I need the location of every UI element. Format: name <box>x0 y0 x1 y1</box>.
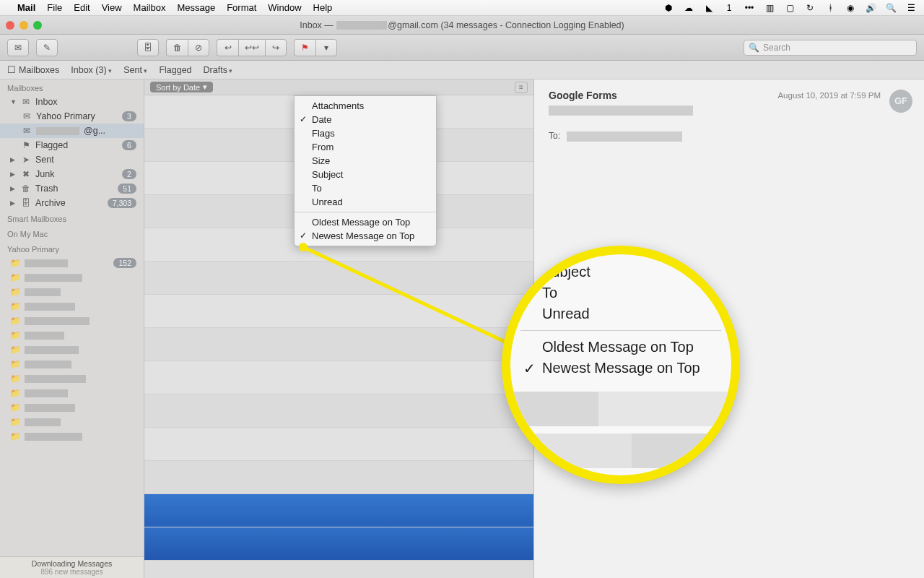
reply-group: ↩ ↩↩ ↪ <box>217 39 287 56</box>
sort-option-flags[interactable]: Flags <box>295 126 436 140</box>
archive-icon: 🗄 <box>21 198 31 208</box>
sender-avatar: GF <box>889 90 912 113</box>
reply-button[interactable]: ↩ <box>217 39 238 56</box>
sidebar-header-yahoo: Yahoo Primary <box>0 241 144 256</box>
message-row[interactable] <box>144 328 533 361</box>
sort-option-subject[interactable]: Subject <box>295 168 436 181</box>
message-row[interactable] <box>144 461 533 494</box>
badge: 3 <box>122 111 136 121</box>
sort-option-to[interactable]: To <box>295 181 436 195</box>
sidebar-folder[interactable]: 📁152 <box>0 256 144 270</box>
menu-file[interactable]: File <box>47 2 62 13</box>
sidebar-folder[interactable]: 📁 <box>0 328 144 342</box>
sidebar-folder[interactable]: 📁 <box>0 299 144 314</box>
sidebar-folder[interactable]: 📁 <box>0 429 144 444</box>
zoom-order-newest: Newest Message on Top <box>510 358 731 379</box>
junk-icon: ✖ <box>21 169 31 179</box>
sort-button[interactable]: Sort by Date ▾ <box>150 82 213 92</box>
folder-icon: 📁 <box>10 287 20 297</box>
message-row[interactable] <box>144 361 533 394</box>
menu-edit[interactable]: Edit <box>74 2 90 13</box>
flag-button[interactable]: ⚑ <box>294 39 315 56</box>
flag-icon: ⚑ <box>21 140 31 150</box>
sidebar-trash[interactable]: ▶🗑 Trash 51 <box>0 181 144 196</box>
spotlight-icon[interactable]: 🔍 <box>885 2 897 14</box>
sidebar-folder[interactable]: 📁 <box>0 314 144 328</box>
sidebar-gmail-account[interactable]: ✉ @g... <box>0 124 144 138</box>
menu-window[interactable]: Window <box>268 2 301 13</box>
menu-mailbox[interactable]: Mailbox <box>134 2 166 13</box>
sort-option-date[interactable]: Date <box>295 113 436 126</box>
menu-format[interactable]: Format <box>227 2 256 13</box>
message-row-selected[interactable] <box>144 494 533 527</box>
notification-count[interactable]: 1 <box>723 2 735 14</box>
search-icon: 🔍 <box>749 43 759 53</box>
adobe-icon[interactable]: ◣ <box>703 2 715 14</box>
search-placeholder: Search <box>763 43 790 53</box>
reply-all-button[interactable]: ↩↩ <box>238 39 265 56</box>
cloud-icon[interactable]: ☁ <box>683 2 694 14</box>
fav-mailboxes[interactable]: ☐Mailboxes <box>7 64 59 75</box>
dropbox-icon[interactable]: ⬢ <box>663 2 674 14</box>
sidebar-inbox[interactable]: ▼✉ Inbox <box>0 95 144 109</box>
sidebar-folder[interactable]: 📁 <box>0 285 144 299</box>
sidebar-folder[interactable]: 📁 <box>0 357 144 371</box>
fav-sent[interactable]: Sent <box>123 65 147 75</box>
display-icon[interactable]: ▥ <box>764 2 775 14</box>
menu-separator <box>520 330 721 331</box>
folder-icon: 📁 <box>10 258 20 268</box>
sidebar-folder[interactable]: 📁 <box>0 270 144 285</box>
airplay-icon[interactable]: ▢ <box>784 2 796 14</box>
get-mail-button[interactable]: ✉ <box>7 39 29 56</box>
redacted-text <box>336 21 387 30</box>
sidebar-archive[interactable]: ▶🗄 Archive 7,303 <box>0 196 144 210</box>
notification-center-icon[interactable]: ☰ <box>905 2 917 14</box>
inbox-icon: ✉ <box>21 97 31 107</box>
preview-to-row: To: <box>549 131 910 142</box>
fav-inbox[interactable]: Inbox (3) <box>71 65 112 75</box>
forward-button[interactable]: ↪ <box>265 39 287 56</box>
sidebar-folder[interactable]: 📁 <box>0 371 144 386</box>
sidebar-yahoo-primary[interactable]: ✉ Yahoo Primary 3 <box>0 109 144 124</box>
bluetooth-icon[interactable]: ᚼ <box>824 2 836 14</box>
sidebar-folder[interactable]: 📁 <box>0 386 144 400</box>
search-field[interactable]: 🔍 Search <box>744 40 917 56</box>
menu-message[interactable]: Message <box>177 2 215 13</box>
menu-separator <box>295 212 436 212</box>
filter-button[interactable]: ≡ <box>515 82 528 93</box>
sort-option-size[interactable]: Size <box>295 154 436 168</box>
redacted-text <box>36 127 79 135</box>
message-row[interactable] <box>144 394 533 428</box>
sidebar-folder[interactable]: 📁 <box>0 415 144 429</box>
flag-menu-button[interactable]: ▾ <box>315 39 337 56</box>
fav-flagged[interactable]: Flagged <box>159 65 191 75</box>
junk-button[interactable]: ⊘ <box>188 39 209 56</box>
timemachine-icon[interactable]: ↻ <box>804 2 816 14</box>
sort-order-oldest-top[interactable]: Oldest Message on Top <box>295 215 436 229</box>
compose-button[interactable]: ✎ <box>36 39 58 56</box>
sort-dropdown: Attachments Date Flags From Size Subject… <box>294 95 437 246</box>
wifi-icon[interactable]: ◉ <box>845 2 856 14</box>
sidebar-sent[interactable]: ▶➤ Sent <box>0 152 144 167</box>
message-row[interactable] <box>144 295 533 328</box>
sidebar-folder[interactable]: 📁 <box>0 342 144 357</box>
app-menu[interactable]: Mail <box>17 2 35 13</box>
sort-option-from[interactable]: From <box>295 140 436 154</box>
sidebar-folder[interactable]: 📁 <box>0 400 144 415</box>
menu-view[interactable]: View <box>102 2 122 13</box>
sort-option-unread[interactable]: Unread <box>295 195 436 209</box>
message-row[interactable] <box>144 428 533 461</box>
volume-icon[interactable]: 🔊 <box>865 2 876 14</box>
delete-button[interactable]: 🗑 <box>166 39 188 56</box>
sidebar-junk[interactable]: ▶✖ Junk 2 <box>0 167 144 181</box>
archive-button[interactable]: 🗄 <box>137 39 159 56</box>
sort-option-attachments[interactable]: Attachments <box>295 99 436 113</box>
more-icon[interactable]: ••• <box>744 2 755 14</box>
sidebar-flagged[interactable]: ⚑ Flagged 6 <box>0 138 144 152</box>
fav-drafts[interactable]: Drafts <box>204 65 233 75</box>
message-row[interactable] <box>144 262 533 295</box>
message-row-selected[interactable] <box>144 527 533 561</box>
menu-help[interactable]: Help <box>313 2 333 13</box>
folder-icon: 📁 <box>10 388 20 398</box>
sort-order-newest-top[interactable]: Newest Message on Top <box>295 229 436 243</box>
